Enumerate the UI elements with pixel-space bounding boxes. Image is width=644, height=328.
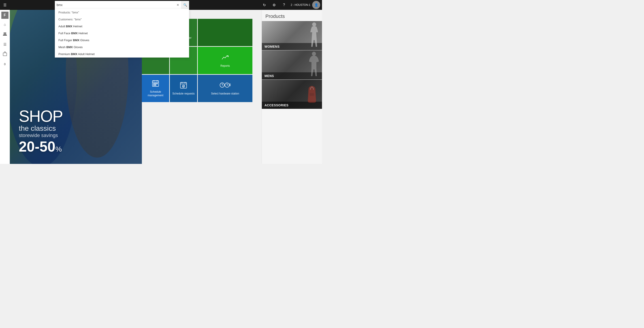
bag-icon	[3, 52, 7, 57]
sidebar: F ⌂ ☰ 0	[0, 10, 10, 164]
search-dropdown: Products: "bmx" Customers: "bmx" Adult B…	[55, 9, 189, 58]
bold-4: BMX	[66, 46, 73, 49]
home-icon: ⌂	[4, 23, 6, 27]
svg-point-1	[5, 33, 6, 34]
bold-2: BMX	[71, 32, 78, 35]
sidebar-item-cart[interactable]: 0	[0, 59, 10, 69]
search-result-2[interactable]: Full Face BMX Helmet	[55, 30, 189, 37]
products-title: Products	[262, 10, 322, 21]
reports-icon	[221, 53, 229, 63]
cat-query-products: "bmx"	[72, 11, 79, 14]
schedule-requests-label: Schedule requests	[170, 92, 196, 96]
bold-1: BMX	[66, 25, 72, 28]
search-category-products[interactable]: Products: "bmx"	[55, 9, 189, 16]
tile-reports[interactable]: Reports	[198, 47, 252, 74]
schedule-requests-icon	[180, 81, 187, 91]
svg-point-36	[312, 22, 316, 27]
bold-5: BMX	[71, 52, 78, 56]
sidebar-f-tile: F	[1, 12, 8, 19]
search-container: ✕ 🔍 Products: "bmx" Customers: "bmx" Adu…	[55, 1, 189, 9]
svg-rect-18	[155, 83, 156, 84]
bold-3: BMX	[73, 39, 80, 42]
menu-icon: ☰	[3, 42, 6, 47]
hero-shop-label: SHOP	[19, 108, 133, 124]
sidebar-item-orders[interactable]	[0, 49, 10, 59]
hero-text: SHOP the classics storewide savings 20-5…	[19, 108, 133, 155]
reports-label: Reports	[218, 64, 232, 68]
svg-rect-38	[310, 93, 314, 96]
topbar-right: ↻ ⚙ ? 2 - HOUSTON-1 👤	[259, 0, 322, 10]
svg-rect-19	[157, 83, 158, 84]
svg-point-37	[312, 52, 316, 56]
svg-rect-2	[3, 53, 7, 56]
hero-classics-label: the classics	[19, 124, 133, 133]
search-clear-button[interactable]: ✕	[175, 2, 181, 8]
sidebar-item-menu[interactable]: ☰	[0, 39, 10, 49]
cart-count-badge: 0	[4, 63, 6, 66]
hamburger-icon: ☰	[3, 3, 6, 7]
hero-discount-label: 20-50%	[19, 138, 133, 155]
select-hardware-station-icon	[219, 81, 231, 91]
help-button[interactable]: ?	[279, 0, 289, 10]
hamburger-button[interactable]: ☰	[0, 0, 10, 10]
tile-schedule-management[interactable]: Schedule management	[142, 75, 169, 102]
search-result-3[interactable]: Full Finger BMX Gloves	[55, 37, 189, 44]
products-panel: Products WOMENS MENS	[262, 10, 322, 164]
search-result-4[interactable]: Mesh BMX Gloves	[55, 44, 189, 51]
product-card-womens[interactable]: WOMENS	[262, 21, 322, 50]
search-input[interactable]	[55, 1, 175, 9]
refresh-button[interactable]: ↻	[259, 0, 269, 10]
avatar-button[interactable]: 👤	[312, 1, 320, 9]
cat-query-customers: "bmx"	[74, 18, 82, 21]
cat-label-products: Products:	[58, 11, 72, 14]
schedule-management-label: Schedule management	[142, 90, 169, 97]
svg-rect-21	[155, 85, 156, 86]
svg-rect-17	[154, 83, 154, 84]
select-hardware-station-label: Select hardware station	[209, 92, 241, 96]
hero-savings-label: storewide savings	[19, 133, 133, 138]
svg-rect-20	[154, 85, 154, 86]
sidebar-item-customers[interactable]	[0, 30, 10, 39]
tile-empty-1	[198, 19, 252, 46]
search-wrapper: ✕ 🔍	[55, 1, 189, 9]
sidebar-item-home[interactable]: ⌂	[0, 20, 10, 30]
schedule-management-icon	[152, 80, 159, 89]
hero-percent: %	[56, 145, 62, 153]
tile-schedule-requests[interactable]: Schedule requests	[170, 75, 197, 102]
product-card-mens[interactable]: MENS	[262, 50, 322, 80]
search-result-1[interactable]: Adult BMX Helmet	[55, 23, 189, 30]
search-button[interactable]: 🔍	[181, 1, 189, 9]
search-category-customers[interactable]: Customers: "bmx"	[55, 16, 189, 23]
cat-label-customers: Customers:	[58, 18, 74, 21]
settings-button[interactable]: ⚙	[269, 0, 279, 10]
product-card-accessories[interactable]: ACCESSORIES	[262, 80, 322, 109]
search-result-5[interactable]: Premium BMX Adult Helmet	[55, 51, 189, 58]
svg-point-0	[4, 33, 5, 34]
store-label: 2 - HOUSTON-1	[289, 3, 312, 7]
customers-icon	[3, 32, 7, 37]
tile-select-hardware-station[interactable]: Select hardware station	[198, 75, 252, 102]
